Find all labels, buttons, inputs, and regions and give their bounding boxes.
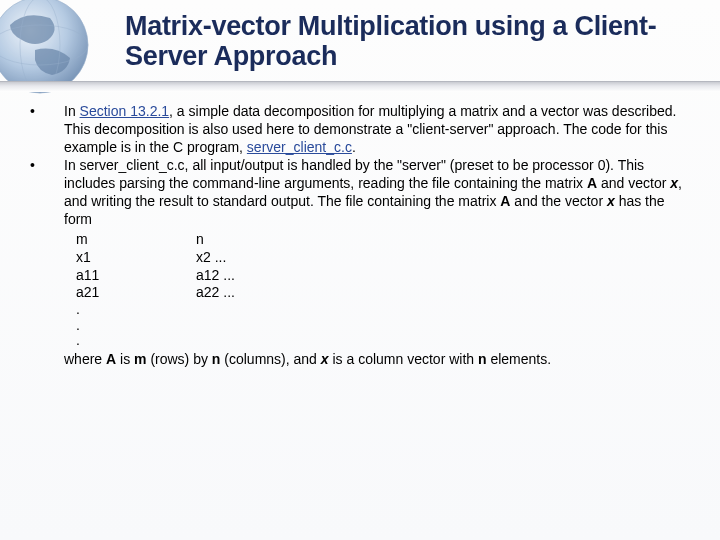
section-link[interactable]: Section 13.2.1 — [80, 103, 170, 119]
bullet-item: • In Section 13.2.1, a simple data decom… — [30, 103, 690, 157]
table-row: a11a12 ... — [76, 267, 690, 285]
bullet-text: In Section 13.2.1, a simple data decompo… — [64, 103, 690, 157]
table-row: mn — [76, 231, 690, 249]
slide-body: • In Section 13.2.1, a simple data decom… — [0, 71, 720, 368]
bullet-text: In server_client_c.c, all input/output i… — [64, 157, 690, 368]
bullet-item: • In server_client_c.c, all input/output… — [30, 157, 690, 368]
file-format-table: mn x1x2 ... a11a12 ... a21a22 ... — [76, 231, 690, 303]
ellipsis-dots: . . . — [76, 302, 690, 348]
matrix-a: A — [587, 175, 597, 191]
bullet-marker: • — [30, 157, 64, 368]
slide-header: Matrix-vector Multiplication using a Cli… — [0, 0, 720, 71]
final-sentence: where A is m (rows) by n (columns), and … — [64, 351, 690, 369]
table-row: a21a22 ... — [76, 284, 690, 302]
slide-title: Matrix-vector Multiplication using a Cli… — [125, 12, 690, 71]
vector-x: x — [670, 175, 678, 191]
bullet-marker: • — [30, 103, 64, 157]
vector-x: x — [607, 193, 615, 209]
matrix-a: A — [500, 193, 510, 209]
source-file-link[interactable]: server_client_c.c — [247, 139, 352, 155]
table-row: x1x2 ... — [76, 249, 690, 267]
